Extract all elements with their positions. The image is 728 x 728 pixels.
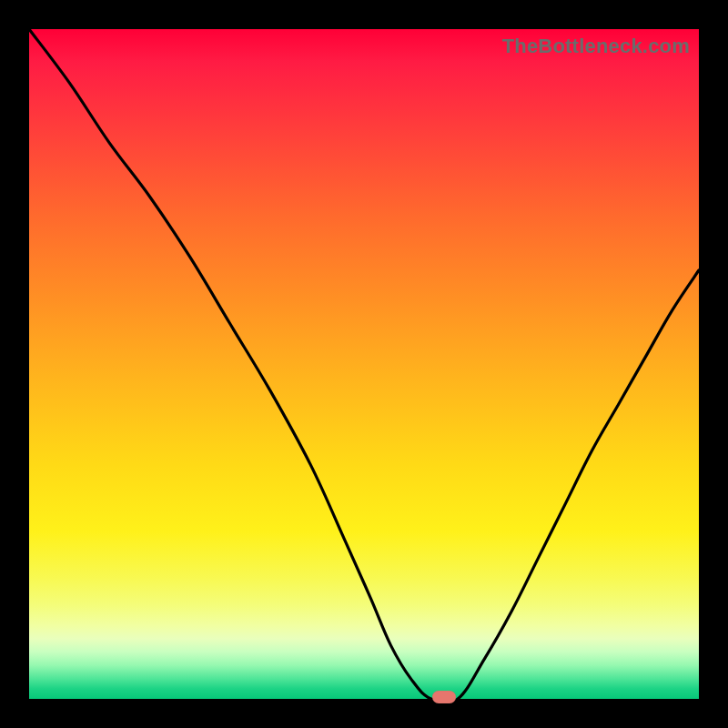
chart-frame: TheBottleneck.com (0, 0, 728, 728)
optimal-marker (432, 691, 456, 703)
bottleneck-curve (29, 29, 699, 699)
curve-path (29, 29, 699, 699)
plot-area: TheBottleneck.com (29, 29, 699, 699)
